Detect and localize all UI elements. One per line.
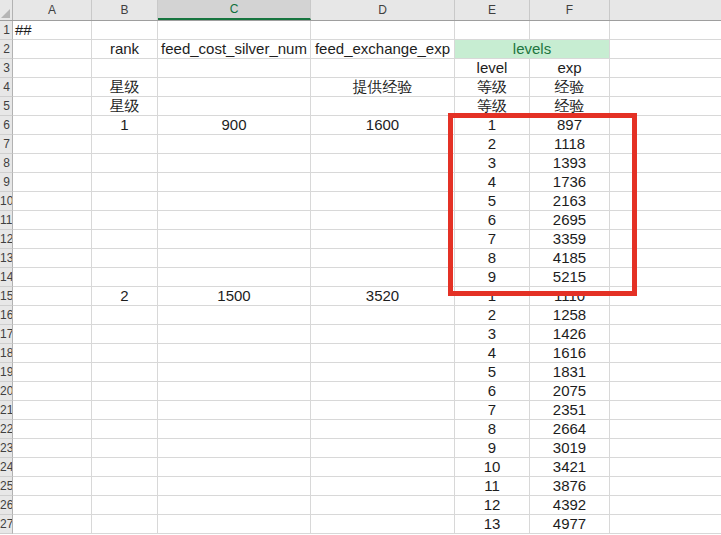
cell-a16[interactable] bbox=[13, 306, 92, 325]
cell-f4[interactable]: 经验 bbox=[530, 78, 610, 97]
cell-b25[interactable] bbox=[92, 477, 158, 496]
cell-b22[interactable] bbox=[92, 420, 158, 439]
cell-f11[interactable]: 2695 bbox=[530, 211, 610, 230]
cell-c12[interactable] bbox=[158, 230, 311, 249]
cell-c22[interactable] bbox=[158, 420, 311, 439]
cell-f7[interactable]: 1118 bbox=[530, 135, 610, 154]
cell-d14[interactable] bbox=[311, 268, 455, 287]
cell-e8[interactable]: 3 bbox=[455, 154, 530, 173]
row-header-21[interactable]: 21 bbox=[0, 401, 13, 420]
cell-d18[interactable] bbox=[311, 344, 455, 363]
row-header-22[interactable]: 22 bbox=[0, 420, 13, 439]
cell-c24[interactable] bbox=[158, 458, 311, 477]
cell-f1[interactable] bbox=[530, 21, 610, 40]
cell-c16[interactable] bbox=[158, 306, 311, 325]
cell-c8[interactable] bbox=[158, 154, 311, 173]
row-header-7[interactable]: 7 bbox=[0, 135, 13, 154]
cell-b4[interactable]: 星级 bbox=[92, 78, 158, 97]
cell-a6[interactable] bbox=[13, 116, 92, 135]
cell-g11[interactable] bbox=[610, 211, 721, 230]
cell-c10[interactable] bbox=[158, 192, 311, 211]
cell-b13[interactable] bbox=[92, 249, 158, 268]
cell-d8[interactable] bbox=[311, 154, 455, 173]
cell-a27[interactable] bbox=[13, 515, 92, 534]
column-header-e[interactable]: E bbox=[455, 0, 530, 20]
row-header-16[interactable]: 16 bbox=[0, 306, 13, 325]
cell-b12[interactable] bbox=[92, 230, 158, 249]
cell-a1[interactable]: ## bbox=[13, 21, 92, 40]
cell-c11[interactable] bbox=[158, 211, 311, 230]
cell-a2[interactable] bbox=[13, 40, 92, 59]
cell-c26[interactable] bbox=[158, 496, 311, 515]
cell-a9[interactable] bbox=[13, 173, 92, 192]
cell-a26[interactable] bbox=[13, 496, 92, 515]
cell-a11[interactable] bbox=[13, 211, 92, 230]
cell-d7[interactable] bbox=[311, 135, 455, 154]
cell-a10[interactable] bbox=[13, 192, 92, 211]
cell-e4[interactable]: 等级 bbox=[455, 78, 530, 97]
cell-g13[interactable] bbox=[610, 249, 721, 268]
cell-d15[interactable]: 3520 bbox=[311, 287, 455, 306]
cell-a7[interactable] bbox=[13, 135, 92, 154]
cell-e18[interactable]: 4 bbox=[455, 344, 530, 363]
cell-e22[interactable]: 8 bbox=[455, 420, 530, 439]
cell-c3[interactable] bbox=[158, 59, 311, 78]
column-header-a[interactable]: A bbox=[13, 0, 92, 20]
cell-e16[interactable]: 2 bbox=[455, 306, 530, 325]
cell-b8[interactable] bbox=[92, 154, 158, 173]
cell-b11[interactable] bbox=[92, 211, 158, 230]
cell-e9[interactable]: 4 bbox=[455, 173, 530, 192]
cell-b26[interactable] bbox=[92, 496, 158, 515]
row-header-5[interactable]: 5 bbox=[0, 97, 13, 116]
cell-b7[interactable] bbox=[92, 135, 158, 154]
row-header-11[interactable]: 11 bbox=[0, 211, 13, 230]
cell-d22[interactable] bbox=[311, 420, 455, 439]
row-header-9[interactable]: 9 bbox=[0, 173, 13, 192]
cell-c25[interactable] bbox=[158, 477, 311, 496]
row-header-6[interactable]: 6 bbox=[0, 116, 13, 135]
cell-a17[interactable] bbox=[13, 325, 92, 344]
cell-f24[interactable]: 3421 bbox=[530, 458, 610, 477]
row-header-20[interactable]: 20 bbox=[0, 382, 13, 401]
cell-g19[interactable] bbox=[610, 363, 721, 382]
cell-e20[interactable]: 6 bbox=[455, 382, 530, 401]
cell-g8[interactable] bbox=[610, 154, 721, 173]
cell-f6[interactable]: 897 bbox=[530, 116, 610, 135]
cell-e13[interactable]: 8 bbox=[455, 249, 530, 268]
cell-f26[interactable]: 4392 bbox=[530, 496, 610, 515]
cell-g6[interactable] bbox=[610, 116, 721, 135]
cell-g25[interactable] bbox=[610, 477, 721, 496]
cell-g2[interactable] bbox=[610, 40, 721, 59]
cell-d26[interactable] bbox=[311, 496, 455, 515]
cell-d24[interactable] bbox=[311, 458, 455, 477]
cell-f25[interactable]: 3876 bbox=[530, 477, 610, 496]
cell-f13[interactable]: 4185 bbox=[530, 249, 610, 268]
row-header-15[interactable]: 15 bbox=[0, 287, 13, 306]
cell-d23[interactable] bbox=[311, 439, 455, 458]
cell-g5[interactable] bbox=[610, 97, 721, 116]
cell-b3[interactable] bbox=[92, 59, 158, 78]
cell-c9[interactable] bbox=[158, 173, 311, 192]
cell-c15[interactable]: 1500 bbox=[158, 287, 311, 306]
cell-d3[interactable] bbox=[311, 59, 455, 78]
cell-e7[interactable]: 2 bbox=[455, 135, 530, 154]
cell-b9[interactable] bbox=[92, 173, 158, 192]
cell-d19[interactable] bbox=[311, 363, 455, 382]
cell-d10[interactable] bbox=[311, 192, 455, 211]
cell-c1[interactable] bbox=[158, 21, 311, 40]
cell-g12[interactable] bbox=[610, 230, 721, 249]
cell-b2[interactable]: rank bbox=[92, 40, 158, 59]
cell-f17[interactable]: 1426 bbox=[530, 325, 610, 344]
cell-g26[interactable] bbox=[610, 496, 721, 515]
cell-d11[interactable] bbox=[311, 211, 455, 230]
cell-a4[interactable] bbox=[13, 78, 92, 97]
cell-e21[interactable]: 7 bbox=[455, 401, 530, 420]
cell-b1[interactable] bbox=[92, 21, 158, 40]
cell-a21[interactable] bbox=[13, 401, 92, 420]
cell-d16[interactable] bbox=[311, 306, 455, 325]
cell-f9[interactable]: 1736 bbox=[530, 173, 610, 192]
cell-c18[interactable] bbox=[158, 344, 311, 363]
cell-c23[interactable] bbox=[158, 439, 311, 458]
cell-a14[interactable] bbox=[13, 268, 92, 287]
cell-g17[interactable] bbox=[610, 325, 721, 344]
